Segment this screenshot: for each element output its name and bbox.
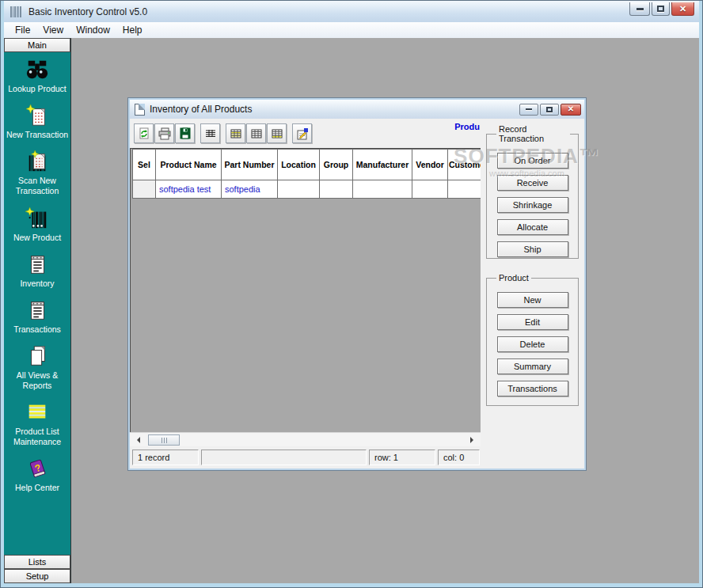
barcode-new-icon (25, 207, 49, 230)
sidebar-item-transactions[interactable]: Transactions (4, 298, 70, 335)
sidebar-item-new-product[interactable]: New Product (4, 207, 70, 243)
column-header-product-name[interactable]: Product Name (156, 150, 222, 180)
print-button[interactable] (154, 123, 174, 143)
transactions-button[interactable]: Transactions (497, 381, 568, 396)
grid-pane: Produ Sel Product Name (130, 119, 481, 469)
minimize-button[interactable] (629, 2, 650, 16)
sidebar-item-scan-new-transaction[interactable]: Scan New Transaction (4, 150, 70, 196)
edit-button[interactable]: Edit (497, 314, 568, 330)
table-view-partial-button[interactable] (267, 123, 287, 143)
scrollbar-thumb[interactable] (148, 434, 180, 446)
sidebar-item-label: Inventory (5, 279, 70, 289)
sidebar-item-all-views-reports[interactable]: All Views & Reports (4, 344, 70, 391)
status-bar: 1 record row: 1 col: 0 (130, 446, 481, 469)
scan-receipt-icon (25, 150, 49, 173)
properties-icon (296, 127, 309, 140)
column-header-customer[interactable]: Customer (448, 150, 481, 180)
column-header-group[interactable]: Group (320, 150, 353, 180)
column-header-sel[interactable]: Sel (133, 150, 156, 180)
column-header-location[interactable]: Location (278, 150, 320, 180)
menu-file[interactable]: File (9, 23, 36, 37)
receive-button[interactable]: Receive (497, 175, 568, 191)
table-row[interactable]: softpedia test softpedia (133, 180, 481, 199)
menu-help[interactable]: Help (116, 23, 149, 37)
window-controls: ✕ (629, 2, 694, 16)
column-header-vendor[interactable]: Vendor (412, 150, 448, 180)
workspace: Inventory of All Products ✕ (71, 38, 699, 583)
client-area: Main Lookup Product (4, 38, 699, 583)
close-button[interactable]: ✕ (671, 2, 694, 16)
striped-list-icon (25, 400, 49, 424)
scroll-left-button[interactable] (132, 434, 145, 446)
menu-view[interactable]: View (36, 23, 70, 37)
column-header-manufacturer[interactable]: Manufacturer (353, 150, 412, 180)
notepad-icon (25, 252, 49, 276)
inventory-window-controls: ✕ (519, 104, 581, 116)
new-button[interactable]: New (497, 292, 568, 308)
sidebar-item-product-list-maintenance[interactable]: Product List Maintenance (4, 400, 70, 447)
sidebar-tab-main[interactable]: Main (4, 38, 70, 52)
cell-vendor[interactable] (412, 180, 448, 199)
menu-window[interactable]: Window (70, 23, 116, 37)
shrinkage-button[interactable]: Shrinkage (497, 197, 568, 213)
sidebar: Main Lookup Product (4, 38, 71, 583)
refresh-button[interactable] (134, 123, 154, 143)
cell-sel[interactable] (133, 180, 156, 199)
table-view-colored-button[interactable] (226, 123, 245, 143)
maximize-button[interactable] (652, 2, 670, 16)
record-transaction-group: Record Transaction On Order Receive Shri… (486, 124, 579, 259)
cell-part-number[interactable]: softpedia (222, 180, 278, 199)
data-grid: Sel Product Name Part Number Location Gr… (130, 148, 481, 432)
products-link[interactable]: Produ (454, 122, 480, 131)
summary-button[interactable]: Summary (497, 358, 568, 374)
inventory-window-title: Inventory of All Products (150, 104, 252, 115)
help-book-icon: ? (25, 457, 49, 480)
table-icon (204, 127, 217, 140)
delete-button[interactable]: Delete (497, 336, 568, 352)
sidebar-tab-lists[interactable]: Lists (4, 555, 70, 569)
inventory-window-client: Produ Sel Product Name (130, 119, 584, 469)
application-window: Basic Inventory Control v5.0 ✕ File View… (0, 0, 703, 588)
column-header-part-number[interactable]: Part Number (222, 150, 278, 180)
toolbar: Produ (130, 119, 481, 148)
status-row: row: 1 (369, 450, 435, 465)
sidebar-item-lookup-product[interactable]: Lookup Product (4, 58, 70, 94)
sidebar-item-label: Lookup Product (5, 84, 70, 94)
inner-minimize-button[interactable] (519, 104, 538, 116)
sidebar-item-label: Scan New Transaction (5, 176, 70, 196)
inner-close-button[interactable]: ✕ (560, 104, 581, 116)
cell-product-name[interactable]: softpedia test (156, 180, 222, 199)
table-view-gray-button[interactable] (246, 123, 266, 143)
table-gray-icon (250, 127, 263, 140)
save-button[interactable] (175, 123, 195, 143)
cell-manufacturer[interactable] (353, 180, 412, 199)
sidebar-item-help-center[interactable]: ? Help Center (4, 457, 70, 493)
inner-restore-button[interactable] (540, 104, 559, 116)
binoculars-icon (25, 58, 49, 82)
table-colored-icon (230, 127, 242, 140)
restore-icon (546, 107, 553, 112)
sidebar-item-new-transaction[interactable]: New Transaction (4, 104, 70, 140)
cell-customer[interactable] (448, 180, 481, 199)
titlebar[interactable]: Basic Inventory Control v5.0 ✕ (4, 1, 699, 22)
allocate-button[interactable]: Allocate (497, 219, 568, 235)
close-icon: ✕ (679, 5, 686, 13)
inventory-window-titlebar[interactable]: Inventory of All Products ✕ (130, 100, 584, 119)
scroll-right-button[interactable] (466, 434, 478, 446)
cell-location[interactable] (278, 180, 320, 199)
ship-button[interactable]: Ship (497, 241, 568, 257)
record-transaction-group-title: Record Transaction (496, 124, 570, 143)
sidebar-item-label: Help Center (5, 483, 70, 493)
properties-button[interactable] (292, 123, 312, 143)
on-order-button[interactable]: On Order (497, 153, 568, 169)
horizontal-scrollbar[interactable] (130, 432, 481, 446)
cell-group[interactable] (320, 180, 353, 199)
table-partial-icon (271, 127, 283, 140)
inventory-window: Inventory of All Products ✕ (127, 97, 587, 471)
sidebar-item-label: New Transaction (5, 130, 70, 140)
sidebar-item-label: Transactions (5, 324, 70, 335)
arrow-right-icon (470, 437, 477, 443)
table-view-button[interactable] (200, 123, 220, 143)
sidebar-tab-setup[interactable]: Setup (4, 569, 70, 583)
sidebar-item-inventory[interactable]: Inventory (4, 252, 70, 289)
